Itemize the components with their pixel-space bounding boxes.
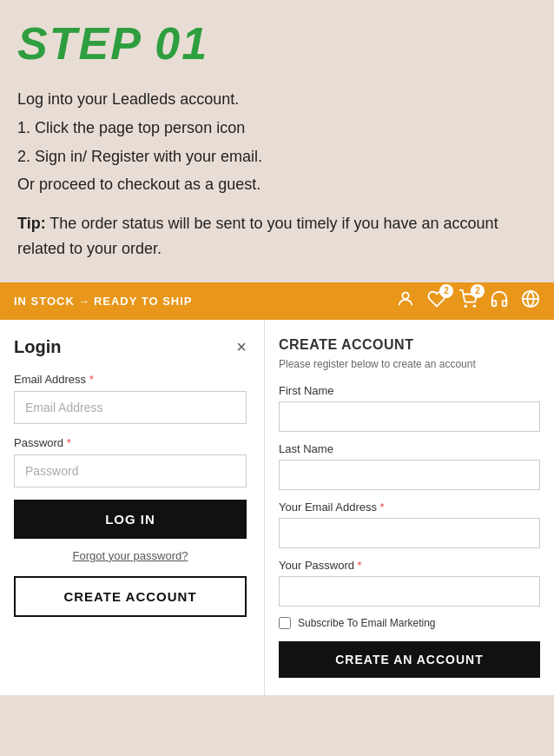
banner-bar: IN STOCK → READY TO SHIP 2 2 — [0, 282, 554, 320]
desc-line-3: 2. Sign in/ Register with your email. — [17, 144, 537, 169]
description-block: Log into your Leadleds account. 1. Click… — [17, 87, 537, 197]
banner-text: IN STOCK → READY TO SHIP — [14, 295, 193, 308]
login-panel: Login × Email Address * Password * LOG I… — [0, 320, 265, 695]
create-password-label: Your Password * — [279, 559, 540, 572]
globe-icon-wrap[interactable] — [521, 289, 540, 313]
create-password-input[interactable] — [279, 576, 540, 607]
person-icon-wrap[interactable] — [396, 289, 415, 313]
email-required-star: * — [89, 373, 94, 386]
login-button[interactable]: LOG IN — [14, 500, 247, 539]
create-password-required: * — [358, 559, 362, 572]
create-account-subtitle: Please register below to create an accou… — [279, 358, 540, 370]
cart-icon-wrap[interactable]: 2 — [458, 289, 478, 313]
first-name-label: First Name — [279, 384, 540, 397]
tip-text: The order status will be sent to you tim… — [17, 215, 498, 257]
forms-section: Login × Email Address * Password * LOG I… — [0, 320, 554, 695]
subscribe-checkbox[interactable] — [279, 617, 291, 629]
in-stock-label: IN STOCK — [14, 295, 75, 308]
svg-point-2 — [473, 305, 475, 307]
step-title: STEP 01 — [17, 17, 537, 70]
password-label: Password * — [14, 436, 247, 449]
svg-point-0 — [402, 292, 408, 298]
person-icon — [396, 289, 415, 308]
desc-line-1: Log into your Leadleds account. — [17, 87, 537, 112]
password-required-star: * — [67, 436, 71, 449]
create-account-panel: CREATE ACCOUNT Please register below to … — [265, 320, 554, 695]
banner-icons: 2 2 — [396, 289, 540, 313]
desc-line-4: Or proceed to checkout as a guest. — [17, 172, 537, 197]
subscribe-label: Subscribe To Email Marketing — [298, 617, 436, 629]
headset-icon-wrap[interactable] — [490, 289, 509, 313]
create-email-input[interactable] — [279, 518, 540, 548]
create-account-submit-button[interactable]: CREATE AN ACCOUNT — [279, 641, 540, 678]
wishlist-icon-wrap[interactable]: 2 — [427, 289, 446, 313]
tip-block: Tip: The order status will be sent to yo… — [17, 211, 537, 262]
desc-line-2: 1. Click the page top person icon — [17, 116, 537, 141]
cart-badge: 2 — [471, 284, 485, 298]
email-label: Email Address * — [14, 373, 247, 386]
login-title: Login — [14, 337, 61, 357]
hero-section: STEP 01 Log into your Leadleds account. … — [0, 0, 554, 270]
globe-icon — [521, 289, 540, 308]
create-email-required: * — [380, 501, 385, 514]
login-header: Login × — [14, 337, 247, 357]
banner-arrow: → — [78, 295, 90, 308]
wishlist-badge: 2 — [439, 284, 453, 298]
ready-to-ship-label: READY TO SHIP — [94, 295, 193, 308]
create-account-title: CREATE ACCOUNT — [279, 337, 540, 353]
create-email-label: Your Email Address * — [279, 501, 540, 514]
last-name-label: Last Name — [279, 442, 540, 455]
subscribe-row: Subscribe To Email Marketing — [279, 617, 540, 629]
login-password-input[interactable] — [14, 454, 247, 487]
tip-label: Tip: — [17, 215, 46, 232]
svg-point-1 — [465, 305, 466, 307]
close-button[interactable]: × — [236, 338, 247, 355]
first-name-input[interactable] — [279, 401, 540, 432]
forgot-password-link[interactable]: Forgot your password? — [14, 549, 247, 562]
last-name-input[interactable] — [279, 460, 540, 490]
login-email-input[interactable] — [14, 391, 247, 424]
create-account-button[interactable]: CREATE ACCOUNT — [14, 576, 247, 617]
headset-icon — [490, 289, 509, 308]
